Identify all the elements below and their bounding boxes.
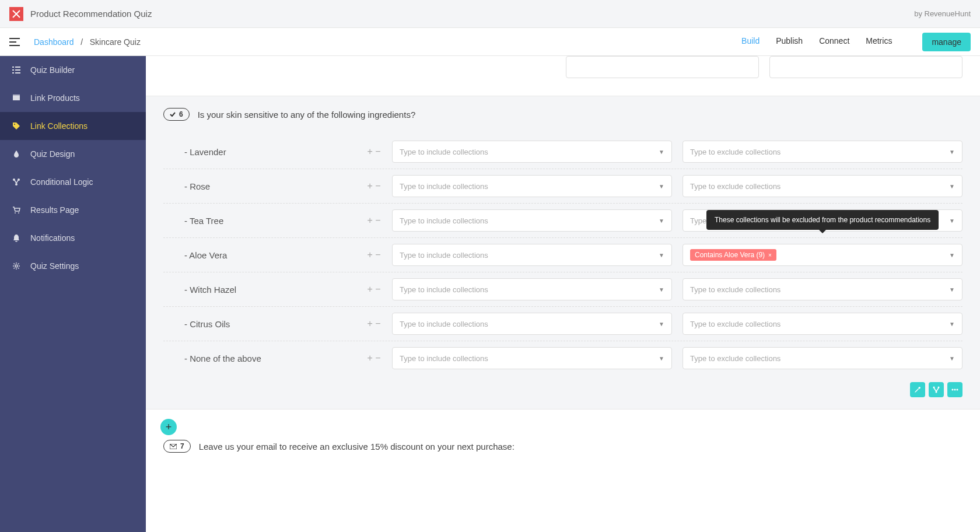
drop-icon xyxy=(12,149,21,159)
answer-label: - Citrus Oils xyxy=(163,319,356,329)
app-title: Product Recommendation Quiz xyxy=(30,9,914,19)
branch-icon xyxy=(12,177,21,187)
wrench-icon[interactable] xyxy=(910,382,925,397)
breadcrumb-current: Skincare Quiz xyxy=(90,37,141,47)
question-number-badge: 7 xyxy=(163,440,191,453)
sidebar-item-label: Link Collections xyxy=(30,121,88,131)
question-number-text: 6 xyxy=(179,110,183,118)
prev-include-select[interactable] xyxy=(566,56,759,78)
include-collections-select[interactable]: Type to include collections▼ xyxy=(392,347,672,369)
plus-minus-icon[interactable]: + − xyxy=(366,181,382,191)
svg-point-13 xyxy=(18,212,19,214)
exclude-collections-select[interactable]: Type to exclude collections▼ xyxy=(682,175,963,197)
by-text: by RevenueHunt xyxy=(914,9,971,18)
question-number-text: 7 xyxy=(180,442,184,450)
plus-minus-icon[interactable]: + − xyxy=(366,215,382,226)
tag-remove-icon[interactable]: × xyxy=(768,252,772,258)
plus-minus-icon[interactable]: + − xyxy=(366,250,382,260)
sidebar-item-label: Conditional Logic xyxy=(30,177,93,187)
svg-point-19 xyxy=(954,389,956,391)
exclude-collections-select[interactable]: Type to exclude collections▼ xyxy=(682,278,963,300)
prev-exclude-select[interactable] xyxy=(769,56,963,78)
sidebar: Quiz Builder Link Products Link Collecti… xyxy=(0,56,146,532)
exclude-collections-select[interactable]: Type to exclude collections▼ xyxy=(682,313,963,335)
tab-connect[interactable]: Connect xyxy=(819,36,849,48)
svg-point-18 xyxy=(952,389,954,391)
sidebar-item-label: Link Products xyxy=(30,93,80,103)
sidebar-item-quiz-builder[interactable]: Quiz Builder xyxy=(0,56,146,84)
plus-minus-icon[interactable]: + − xyxy=(366,284,382,295)
svg-point-11 xyxy=(15,183,18,186)
exclude-collections-select[interactable]: Type to exclude collections▼ xyxy=(682,347,963,369)
breadcrumb-dashboard[interactable]: Dashboard xyxy=(34,37,74,47)
list-icon xyxy=(12,65,21,75)
sidebar-item-label: Quiz Settings xyxy=(30,261,79,271)
svg-rect-3 xyxy=(15,69,20,71)
sidebar-item-label: Quiz Builder xyxy=(30,65,75,75)
breadcrumb-separator: / xyxy=(76,37,87,47)
svg-point-12 xyxy=(15,212,16,214)
more-icon[interactable] xyxy=(947,382,963,397)
answer-row: - Aloe Vera+ −Type to include collection… xyxy=(163,238,963,272)
plus-minus-icon[interactable]: + − xyxy=(366,318,382,329)
tag-icon xyxy=(12,121,21,131)
envelope-icon xyxy=(170,444,177,449)
include-collections-select[interactable]: Type to include collections▼ xyxy=(392,313,672,335)
manage-button[interactable]: manage xyxy=(922,33,971,51)
include-collections-select[interactable]: Type to include collections▼ xyxy=(392,141,672,163)
top-bar: Product Recommendation Quiz by RevenueHu… xyxy=(0,0,980,28)
include-collections-select[interactable]: Type to include collections▼ xyxy=(392,278,672,300)
tab-publish[interactable]: Publish xyxy=(776,36,803,48)
svg-rect-2 xyxy=(12,69,14,71)
bell-icon xyxy=(12,233,21,243)
answer-row: - None of the above+ −Type to include co… xyxy=(163,341,963,375)
plus-minus-icon[interactable]: + − xyxy=(366,353,382,363)
app-logo xyxy=(9,7,23,21)
answer-row: - Rose+ −Type to include collections▼Typ… xyxy=(163,169,963,204)
sidebar-item-results-page[interactable]: Results Page xyxy=(0,196,146,224)
answer-label: - Tea Tree xyxy=(163,216,356,226)
svg-point-14 xyxy=(15,265,18,267)
answer-label: - Lavender xyxy=(163,147,356,157)
nav-tabs: Build Publish Connect Metrics manage xyxy=(741,33,971,51)
sidebar-item-link-collections[interactable]: Link Collections xyxy=(0,112,146,140)
gear-icon xyxy=(12,261,21,271)
svg-rect-4 xyxy=(12,72,14,74)
nav-bar: Dashboard / Skincare Quiz Build Publish … xyxy=(0,28,980,56)
include-collections-select[interactable]: Type to include collections▼ xyxy=(392,244,672,266)
menu-icon[interactable] xyxy=(9,38,20,46)
sidebar-item-label: Notifications xyxy=(30,233,75,243)
exclude-collections-select[interactable]: Contains Aloe Vera (9) ×▼ xyxy=(682,244,963,266)
answer-label: - Aloe Vera xyxy=(163,250,356,260)
include-collections-select[interactable]: Type to include collections▼ xyxy=(392,175,672,197)
include-collections-select[interactable]: Type to include collections▼ xyxy=(392,209,672,232)
breadcrumb: Dashboard / Skincare Quiz xyxy=(34,37,741,47)
question-text: Leave us your email to receive an exclus… xyxy=(199,442,514,452)
tab-build[interactable]: Build xyxy=(741,36,760,48)
tab-metrics[interactable]: Metrics xyxy=(866,36,892,48)
box-icon xyxy=(12,93,21,103)
sidebar-item-quiz-design[interactable]: Quiz Design xyxy=(0,140,146,168)
sidebar-item-notifications[interactable]: Notifications xyxy=(0,224,146,252)
question-text: Is your skin sensitive to any of the fol… xyxy=(198,110,416,120)
sidebar-item-link-products[interactable]: Link Products xyxy=(0,84,146,112)
question-action-icons xyxy=(163,375,963,397)
exclude-tag[interactable]: Contains Aloe Vera (9) × xyxy=(690,249,776,261)
svg-rect-0 xyxy=(12,66,14,68)
sidebar-item-conditional-logic[interactable]: Conditional Logic xyxy=(0,168,146,196)
answer-row: - Witch Hazel+ −Type to include collecti… xyxy=(163,272,963,307)
sidebar-item-label: Results Page xyxy=(30,205,79,215)
sidebar-item-label: Quiz Design xyxy=(30,149,75,159)
question-number-badge: 6 xyxy=(163,108,190,121)
svg-point-8 xyxy=(14,124,15,125)
plus-minus-icon[interactable]: + − xyxy=(366,146,382,157)
svg-rect-1 xyxy=(15,66,20,68)
exclude-collections-select[interactable]: Type to exclude collections▼ xyxy=(682,141,963,163)
logic-icon[interactable] xyxy=(929,382,944,397)
answer-row: - Citrus Oils+ −Type to include collecti… xyxy=(163,307,963,341)
answer-label: - Witch Hazel xyxy=(163,285,356,295)
question-6-section: 6 Is your skin sensitive to any of the f… xyxy=(146,96,980,410)
sidebar-item-quiz-settings[interactable]: Quiz Settings xyxy=(0,252,146,280)
check-icon xyxy=(170,112,176,117)
add-question-button[interactable]: + xyxy=(160,419,177,435)
